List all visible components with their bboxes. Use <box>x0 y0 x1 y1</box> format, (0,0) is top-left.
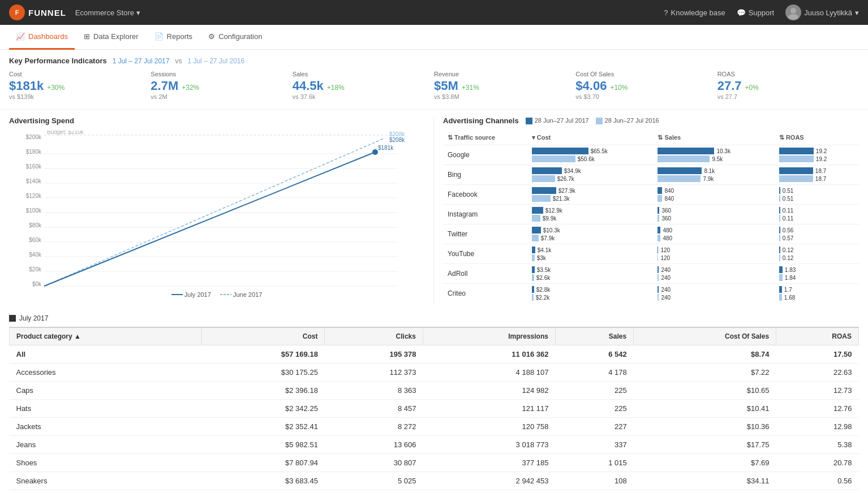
logo: F FUNNEL <box>9 5 66 20</box>
table-cell: 12.98 <box>776 418 859 436</box>
app-name: FUNNEL <box>28 8 66 18</box>
top-navigation: F FUNNEL Ecommerce Store ▾ ? Knowledge b… <box>0 0 868 25</box>
col-cost[interactable]: Cost <box>201 327 325 345</box>
chevron-down-icon: ▾ <box>855 8 859 17</box>
channel-cost: $2.8k $2.2k <box>527 284 654 304</box>
table-cell: $7.22 <box>634 364 776 382</box>
svg-text:$181k: $181k <box>378 145 394 151</box>
channel-source: Bing <box>443 165 527 185</box>
col-source[interactable]: ⇅ Traffic source <box>443 131 527 145</box>
table-cell: 13 606 <box>325 436 423 454</box>
channel-source: Twitter <box>443 224 527 244</box>
col-cost[interactable]: ▾ Cost <box>527 131 654 145</box>
product-section: July 2017 Product category ▲ Cost Clicks… <box>0 310 868 493</box>
table-cell: 5 025 <box>325 472 423 490</box>
table-cell: 12.36 <box>776 490 859 494</box>
kpi-vs-label: vs <box>175 57 182 65</box>
table-cell: 227 <box>555 418 633 436</box>
col-roas[interactable]: ROAS <box>776 327 859 345</box>
col-sales[interactable]: Sales <box>555 327 633 345</box>
table-cell: Sneakers <box>10 472 202 490</box>
channels-header: Advertising Channels 28 Jun–27 Jul 2017 … <box>443 116 859 125</box>
channel-cost: $4.1k $3k <box>527 244 654 264</box>
col-impressions[interactable]: Impressions <box>423 327 555 345</box>
channels-title: Advertising Channels <box>443 116 519 125</box>
avatar <box>785 5 801 20</box>
channel-roas: 18.7 18.7 <box>775 165 859 185</box>
table-cell: $30 175.25 <box>201 364 325 382</box>
kpi-section: Key Performance Indicators 1 Jul – 27 Ju… <box>0 50 868 110</box>
channel-source: Google <box>443 145 527 165</box>
col-clicks[interactable]: Clicks <box>325 327 423 345</box>
logo-icon: F <box>9 5 25 20</box>
advertising-channels-section: Advertising Channels 28 Jun–27 Jul 2017 … <box>434 116 859 303</box>
product-table: Product category ▲ Cost Clicks Impressio… <box>9 327 859 493</box>
knowledge-base-link[interactable]: ? Knowledge base <box>664 8 725 17</box>
svg-text:Budget: $210k: Budget: $210k <box>47 131 84 135</box>
table-cell: Caps <box>10 382 202 400</box>
table-cell: $2 396.18 <box>201 382 325 400</box>
svg-text:$0k: $0k <box>32 281 42 287</box>
svg-point-25 <box>372 149 378 155</box>
channel-sales: 840 840 <box>653 185 774 205</box>
channel-sales: 10.3k 9.5k <box>653 145 774 165</box>
store-selector[interactable]: Ecommerce Store ▾ <box>75 8 140 17</box>
top-nav-left: F FUNNEL Ecommerce Store ▾ <box>9 5 140 20</box>
kpi-grid: Cost $181k +30% vs $139k Sessions 2.7M +… <box>9 71 859 105</box>
spend-chart-svg: $0k $20k $40k $60k $80k $100k $120k $140… <box>9 131 424 289</box>
table-icon: ⊞ <box>84 32 90 41</box>
spend-chart-legend: July 2017 June 2017 <box>9 291 424 298</box>
file-icon: 📄 <box>154 32 164 41</box>
table-cell: 8 475 <box>325 490 423 494</box>
table-cell: All <box>10 345 202 364</box>
user-menu[interactable]: Juuso Lyytikkä ▾ <box>785 5 859 20</box>
channel-sales: 8.1k 7.9k <box>653 165 774 185</box>
col-roas[interactable]: ⇅ ROAS <box>775 131 859 145</box>
table-cell: 1 015 <box>555 454 633 472</box>
table-cell: $10.36 <box>634 418 776 436</box>
support-link[interactable]: 💬 Support <box>737 8 775 17</box>
kpi-revenue: Revenue $5M +31% vs $3.8M <box>434 71 575 105</box>
sub-navigation: 📈 Dashboards ⊞ Data Explorer 📄 Reports ⚙… <box>0 25 868 50</box>
table-cell: 2 942 453 <box>423 472 555 490</box>
table-cell: 121 117 <box>423 400 555 418</box>
kpi-roas: ROAS 27.7 +0% vs 27.7 <box>717 71 859 105</box>
table-cell: 108 <box>555 472 633 490</box>
table-cell: 377 185 <box>423 454 555 472</box>
table-cell: $2 342.25 <box>201 400 325 418</box>
gear-icon: ⚙ <box>208 32 215 41</box>
channel-sales: 120 120 <box>653 244 774 264</box>
kpi-cos: Cost Of Sales $4.06 +10% vs $3.70 <box>575 71 717 105</box>
advertising-spend-title: Advertising Spend <box>9 116 424 125</box>
table-cell: 112 373 <box>325 364 423 382</box>
table-cell: 12.76 <box>776 400 859 418</box>
table-cell: $17.75 <box>634 436 776 454</box>
channel-sales: 480 480 <box>653 224 774 244</box>
channel-roas: 0.56 0.57 <box>775 224 859 244</box>
table-cell: $7 807.94 <box>201 454 325 472</box>
table-cell: Jackets <box>10 418 202 436</box>
tab-configuration[interactable]: ⚙ Configuration <box>201 25 269 50</box>
chevron-down-icon: ▾ <box>136 8 140 17</box>
col-category[interactable]: Product category ▲ <box>10 327 202 345</box>
kpi-date-range: 1 Jul – 27 Jul 2017 <box>113 57 170 65</box>
svg-text:$60k: $60k <box>29 237 42 243</box>
tab-reports[interactable]: 📄 Reports <box>148 25 200 50</box>
channel-roas: 1.83 1.84 <box>775 264 859 284</box>
table-cell: 5.38 <box>776 436 859 454</box>
channel-source: AdRoll <box>443 264 527 284</box>
channel-row: Twitter $10.3k $7.9k 480 480 <box>443 224 859 244</box>
table-cell: $57 169.18 <box>201 345 325 364</box>
svg-text:$208k: $208k <box>389 137 405 143</box>
channel-row: Instagram $12.9k $9.9k 360 360 <box>443 205 859 224</box>
col-cos[interactable]: Cost Of Sales <box>634 327 776 345</box>
channel-sales: 240 240 <box>653 284 774 304</box>
tab-data-explorer[interactable]: ⊞ Data Explorer <box>77 25 145 50</box>
tab-dashboards[interactable]: 📈 Dashboards <box>9 25 75 50</box>
channel-sales: 240 240 <box>653 264 774 284</box>
table-cell: 124 982 <box>423 382 555 400</box>
col-sales[interactable]: ⇅ Sales <box>653 131 774 145</box>
channel-source: YouTube <box>443 244 527 264</box>
channel-roas: 0.11 0.11 <box>775 205 859 224</box>
svg-text:$80k: $80k <box>29 222 42 228</box>
